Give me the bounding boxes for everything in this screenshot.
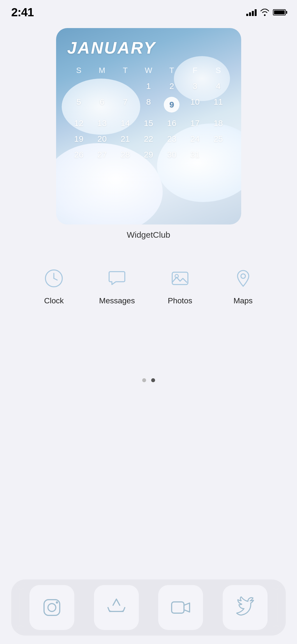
calendar-grid: S M T W T F S 1 2 3 4 xyxy=(67,64,230,162)
maps-icon xyxy=(233,268,253,288)
app-icons-row: Clock Messages Photos Maps xyxy=(0,248,297,311)
dock-instagram[interactable] xyxy=(29,585,74,630)
app-icon-maps[interactable]: Maps xyxy=(221,265,266,305)
day-header-w: W xyxy=(137,64,160,77)
messages-label: Messages xyxy=(99,296,135,305)
cal-day-22: 22 xyxy=(137,132,160,146)
cal-day-25: 25 xyxy=(207,132,230,146)
cal-day-1: 1 xyxy=(137,79,160,93)
status-bar: 2:41 xyxy=(0,0,297,20)
cal-week-5: 26 27 28 29 30 31 xyxy=(67,147,230,162)
page-dot-2 xyxy=(151,378,155,382)
cal-day-27: 27 xyxy=(90,147,114,162)
cal-day-16: 16 xyxy=(160,116,183,130)
messages-icon xyxy=(107,268,127,288)
cal-day-11: 11 xyxy=(207,95,230,115)
cal-day-4: 4 xyxy=(207,79,230,93)
app-icon-photos[interactable]: Photos xyxy=(158,265,202,305)
cal-day-14: 14 xyxy=(114,116,137,130)
cal-day-15: 15 xyxy=(137,116,160,130)
cal-day-20: 20 xyxy=(90,132,114,146)
cal-day-10: 10 xyxy=(183,95,207,115)
twitter-icon xyxy=(234,596,256,619)
status-time: 2:41 xyxy=(11,6,34,19)
cal-day-empty-1 xyxy=(67,79,91,93)
cal-day-2: 2 xyxy=(160,79,183,93)
cal-day-12: 12 xyxy=(67,116,91,130)
widget-label: WidgetClub xyxy=(14,230,283,240)
battery-icon xyxy=(273,9,286,15)
calendar-widget[interactable]: JANUARY S M T W T F S 1 2 xyxy=(56,28,241,224)
widget-area: JANUARY S M T W T F S 1 2 xyxy=(0,20,297,240)
cal-day-18: 18 xyxy=(207,116,230,130)
day-header-t1: T xyxy=(114,64,137,77)
day-header-s2: S xyxy=(207,64,230,77)
cal-day-5: 5 xyxy=(67,95,91,115)
cal-header-row: S M T W T F S xyxy=(67,64,230,77)
page-dot-1 xyxy=(142,378,146,382)
cal-day-3: 3 xyxy=(183,79,207,93)
appstore-icon xyxy=(105,596,128,619)
photos-icon-circle xyxy=(167,265,194,292)
cal-day-empty-3 xyxy=(114,79,137,93)
day-header-f: F xyxy=(183,64,207,77)
clock-icon-circle xyxy=(40,265,67,292)
cal-day-13: 13 xyxy=(90,116,114,130)
cal-day-21: 21 xyxy=(114,132,137,146)
cal-day-9-today: 9 xyxy=(160,95,183,115)
cal-day-28: 28 xyxy=(114,147,137,162)
facetime-icon xyxy=(169,596,192,619)
maps-label: Maps xyxy=(233,296,252,305)
cal-day-29: 29 xyxy=(137,147,160,162)
svg-rect-9 xyxy=(172,602,184,613)
page-dots xyxy=(0,378,297,382)
cal-day-30: 30 xyxy=(160,147,183,162)
dock-facetime[interactable] xyxy=(158,585,203,630)
svg-rect-3 xyxy=(172,272,188,285)
cal-day-6: 6 xyxy=(90,95,114,115)
svg-line-2 xyxy=(54,278,57,280)
cal-day-17: 17 xyxy=(183,116,207,130)
dock xyxy=(11,579,286,636)
clock-icon xyxy=(44,268,64,288)
cal-day-19: 19 xyxy=(67,132,91,146)
cal-week-2: 5 6 7 8 9 10 11 xyxy=(67,95,230,115)
cal-day-8: 8 xyxy=(137,95,160,115)
day-header-m: M xyxy=(90,64,114,77)
photos-icon xyxy=(170,268,190,288)
cal-day-26: 26 xyxy=(67,147,91,162)
cal-day-23: 23 xyxy=(160,132,183,146)
cal-week-3: 12 13 14 15 16 17 18 xyxy=(67,116,230,130)
cal-day-empty-end xyxy=(207,147,230,162)
dock-appstore[interactable] xyxy=(94,585,139,630)
day-header-t2: T xyxy=(160,64,183,77)
cal-week-4: 19 20 21 22 23 24 25 xyxy=(67,132,230,146)
cal-day-empty-2 xyxy=(90,79,114,93)
instagram-icon xyxy=(41,596,63,619)
svg-point-8 xyxy=(56,601,58,604)
cal-day-31: 31 xyxy=(183,147,207,162)
cal-day-24: 24 xyxy=(183,132,207,146)
wifi-icon xyxy=(260,9,270,16)
app-icon-clock[interactable]: Clock xyxy=(31,265,76,305)
photos-label: Photos xyxy=(168,296,192,305)
cal-day-7: 7 xyxy=(114,95,137,115)
signal-icon xyxy=(246,9,257,16)
calendar-month: JANUARY xyxy=(67,38,230,58)
day-header-s1: S xyxy=(67,64,91,77)
status-icons xyxy=(246,9,286,16)
app-icon-messages[interactable]: Messages xyxy=(95,265,139,305)
dock-twitter[interactable] xyxy=(223,585,268,630)
messages-icon-circle xyxy=(103,265,130,292)
svg-point-5 xyxy=(241,274,245,278)
calendar-content: JANUARY S M T W T F S 1 2 xyxy=(56,28,241,169)
cal-week-1: 1 2 3 4 xyxy=(67,79,230,93)
maps-icon-circle xyxy=(230,265,257,292)
clock-label: Clock xyxy=(44,296,64,305)
svg-point-7 xyxy=(48,604,56,611)
